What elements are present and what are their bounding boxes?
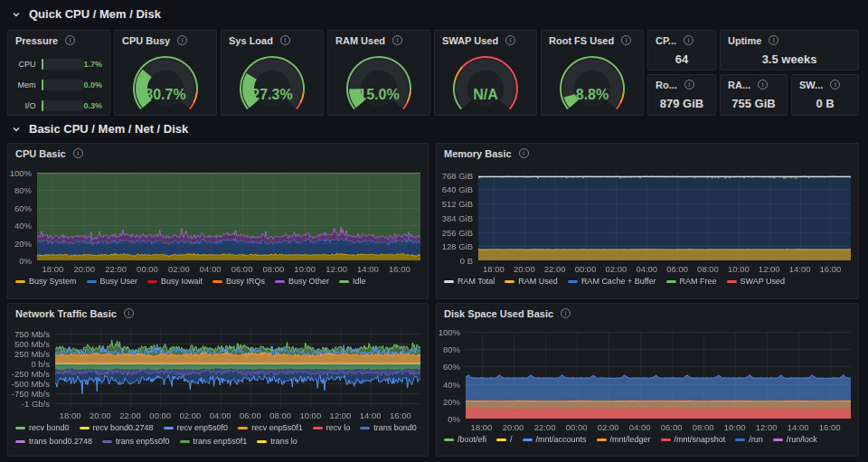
legend-item[interactable]: trans bond0.2748 xyxy=(15,437,92,446)
y-tick-label: 0 B xyxy=(437,256,473,266)
chart-legend: Busy SystemBusy UserBusy IowaitBusy IRQs… xyxy=(15,277,376,286)
legend-label: recv enp5s0f0 xyxy=(177,423,229,432)
panel-cpu-basic: CPU Basic 100%80%60%40%20%0%18:0020:0022… xyxy=(7,143,429,299)
chevron-down-icon[interactable] xyxy=(11,124,22,135)
y-tick-label: 256 GiB xyxy=(437,228,473,238)
info-icon[interactable] xyxy=(519,148,529,158)
panel-cpu-cores-stat: CP... 64 xyxy=(647,30,716,71)
info-icon[interactable] xyxy=(758,80,768,90)
legend-item[interactable]: /run/lock xyxy=(773,435,817,444)
legend-item[interactable]: Busy Iowait xyxy=(147,277,203,286)
panel-disk-space-used-basic: Disk Space Used Basic 100%80%60%40%20%0%… xyxy=(436,303,859,457)
info-icon[interactable] xyxy=(73,148,83,158)
legend-item[interactable]: /run xyxy=(735,435,763,444)
panel-title[interactable]: Sys Load xyxy=(229,35,273,46)
panel-title[interactable]: Ro... xyxy=(656,80,677,90)
legend-label: recv enp5s0f1 xyxy=(251,423,303,432)
legend-item[interactable]: Busy Other xyxy=(275,277,329,286)
info-icon[interactable] xyxy=(621,35,631,45)
chevron-down-icon[interactable] xyxy=(11,9,22,20)
info-icon[interactable] xyxy=(561,308,571,318)
x-tick-label: 18:00 xyxy=(466,422,498,432)
x-tick-label: 22:00 xyxy=(99,264,132,274)
x-tick-label: 18:00 xyxy=(477,264,510,274)
legend-item[interactable]: Busy User xyxy=(87,277,138,286)
x-tick-label: 08:00 xyxy=(687,422,720,432)
info-icon[interactable] xyxy=(769,35,778,45)
info-icon[interactable] xyxy=(684,35,693,45)
panel-sys-load-gauge: Sys Load 27.3% xyxy=(221,30,324,116)
gauge-value: 15.0% xyxy=(328,87,429,103)
panel-title[interactable]: SW... xyxy=(799,80,823,90)
legend-item[interactable]: recv enp5s0f0 xyxy=(164,423,229,432)
panel-title[interactable]: Root FS Used xyxy=(549,35,614,46)
info-icon[interactable] xyxy=(65,35,75,45)
legend-item[interactable]: trans enp5s0f1 xyxy=(180,437,248,446)
panel-title[interactable]: Disk Space Used Basic xyxy=(444,308,553,319)
chart-legend: RAM TotalRAM UsedRAM Cache + BufferRAM F… xyxy=(444,277,795,286)
legend-item[interactable]: / xyxy=(496,435,513,444)
panel-title[interactable]: SWAP Used xyxy=(442,35,498,46)
legend-item[interactable]: Idle xyxy=(339,277,366,286)
legend-item[interactable]: recv bond0 xyxy=(15,423,70,432)
legend-item[interactable]: RAM Cache + Buffer xyxy=(568,277,656,286)
panel-title[interactable]: Memory Basic xyxy=(444,148,512,159)
chart-canvas[interactable] xyxy=(37,173,420,260)
section-header-quick[interactable]: Quick CPU / Mem / Disk xyxy=(11,7,161,21)
panel-title[interactable]: RAM Used xyxy=(335,35,385,46)
legend-item[interactable]: RAM Used xyxy=(505,277,558,286)
x-tick-label: 22:00 xyxy=(539,264,571,274)
section-title[interactable]: Quick CPU / Mem / Disk xyxy=(29,7,161,21)
legend-item[interactable]: RAM Total xyxy=(444,277,495,286)
info-icon[interactable] xyxy=(830,80,840,90)
legend-item[interactable]: /mnt/snapshot xyxy=(661,435,726,444)
legend-label: /run/lock xyxy=(787,435,817,444)
legend-item[interactable]: SWAP Used xyxy=(727,277,786,286)
legend-item[interactable]: trans bond0 xyxy=(360,423,417,432)
x-tick-label: 04:00 xyxy=(630,264,663,274)
gauge-value: 30.7% xyxy=(115,87,216,103)
section-header-basic[interactable]: Basic CPU / Mem / Net / Disk xyxy=(11,122,188,136)
chart-canvas[interactable] xyxy=(466,332,851,419)
panel-title[interactable]: CPU Basic xyxy=(15,148,66,159)
legend-item[interactable]: /boot/efi xyxy=(444,435,486,444)
info-icon[interactable] xyxy=(280,35,290,45)
legend-item[interactable]: /mnt/accounts xyxy=(523,435,587,444)
y-tick-label: 750 Mb/s xyxy=(8,329,50,339)
chart-legend: recv bond0recv bond0.2748recv enp5s0f0re… xyxy=(15,423,427,432)
info-icon[interactable] xyxy=(177,35,187,45)
panel-title[interactable]: Pressure xyxy=(15,35,58,46)
panel-title[interactable]: Uptime xyxy=(728,35,761,46)
legend-item[interactable]: trans enp5s0f0 xyxy=(102,437,170,446)
legend-label: Busy System xyxy=(29,277,77,286)
x-tick-label: 02:00 xyxy=(592,422,625,432)
legend-color-dash xyxy=(275,280,285,283)
y-tick-label: 20% xyxy=(8,239,32,249)
legend-item[interactable]: RAM Free xyxy=(666,277,717,286)
legend-item[interactable]: /mnt/ledger xyxy=(597,435,651,444)
y-tick-label: 768 GiB xyxy=(437,171,473,181)
panel-title[interactable]: Network Traffic Basic xyxy=(15,308,117,319)
pressure-label: Mem xyxy=(15,80,35,90)
legend-item[interactable]: recv lo xyxy=(313,423,351,432)
info-icon[interactable] xyxy=(684,80,694,90)
section-title[interactable]: Basic CPU / Mem / Net / Disk xyxy=(29,122,188,136)
panel-title[interactable]: CP... xyxy=(656,35,676,46)
legend-item[interactable]: recv bond0.2748 xyxy=(80,423,154,432)
legend-item[interactable]: recv enp5s0f1 xyxy=(238,423,303,432)
info-icon[interactable] xyxy=(124,308,134,318)
legend-item[interactable]: trans lo xyxy=(257,437,297,446)
chart-canvas[interactable] xyxy=(478,173,851,260)
legend-label: Busy IRQs xyxy=(226,277,265,286)
legend-item[interactable]: Busy System xyxy=(15,277,77,286)
x-tick-label: 08:00 xyxy=(264,410,297,420)
info-icon[interactable] xyxy=(505,35,515,45)
panel-title[interactable]: CPU Busy xyxy=(122,35,170,46)
legend-color-dash xyxy=(666,280,676,283)
panel-root-fs-used-gauge: Root FS Used 8.8% xyxy=(541,30,644,116)
chart-canvas[interactable] xyxy=(55,328,420,407)
legend-item[interactable]: Busy IRQs xyxy=(212,277,265,286)
panel-title[interactable]: RA... xyxy=(728,80,750,90)
legend-color-dash xyxy=(444,438,454,441)
info-icon[interactable] xyxy=(392,35,402,45)
